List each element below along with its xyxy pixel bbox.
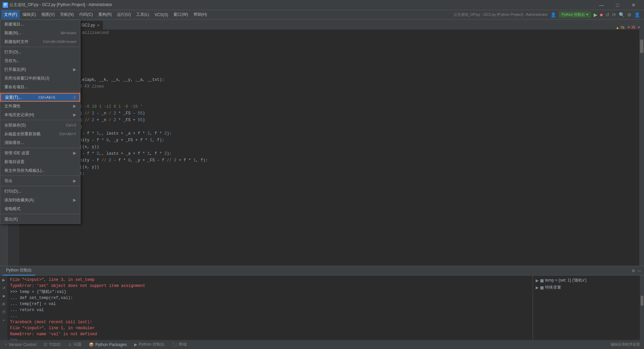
tab-bar: 🐍 cess Connect! Re-Dive - OP ✕ 🐍 GC2.py … — [0, 19, 644, 30]
menu-settings[interactable]: 设置(T)... Ctrl+Alt+S 2 — [0, 93, 80, 102]
terminal-minimize-icon[interactable]: — — [637, 268, 641, 273]
special-icon: ▦ — [540, 285, 544, 290]
menu-tools[interactable]: 工具(L) — [133, 10, 152, 19]
rerun-icon[interactable]: ↺ — [605, 12, 609, 17]
warning-count: ▲ 76 — [616, 26, 625, 30]
stop-icon[interactable]: ■ — [600, 12, 603, 17]
toolbar-gear[interactable]: ⚙ — [627, 12, 632, 17]
term-line-5: ... temp[ref] = val — [10, 301, 530, 307]
menu-export[interactable]: 导出 ▶ — [0, 177, 80, 185]
terminal-tab-label: Python 控制台 — [6, 267, 32, 273]
term-prompt[interactable]: >>> — [10, 337, 530, 340]
terminal-variables-panel: ▶ ▦ temp = {set: 1} ('随机x') ▶ ▦ 特殊变量 — [533, 276, 640, 340]
toolbar-btn-3[interactable]: ⟳ — [612, 12, 616, 17]
term-line-4: ... def set_temp(ref,val): — [10, 295, 530, 301]
term-line-8: Traceback (most recent call last): — [10, 319, 530, 325]
sep-7 — [0, 214, 80, 214]
problems-icon: ⚠ — [68, 342, 72, 347]
menu-refactor[interactable]: 重构(R) — [96, 10, 115, 19]
scrollbar-thumb[interactable] — [640, 40, 643, 53]
menu-bar: 文件(F) 编辑(E) 视图(V) 导航(N) 代码(C) 重构(R) 运行(U… — [0, 10, 644, 19]
terminal-header-left: Python 控制台 — [3, 266, 35, 276]
editor-scrollbar[interactable] — [639, 30, 644, 266]
menu-file[interactable]: 文件(F) — [1, 10, 20, 19]
terminal-panel: Python 控制台 ⚙ — ▶ ↺ ■ ⚙ ⏱ + File "<input>… — [0, 266, 644, 340]
menu-clear-cache[interactable]: 清除缓存... — [0, 138, 80, 147]
menu-save-all[interactable]: 全部保存(S) Ctrl+S — [0, 121, 80, 130]
status-app-label: 编辑应用程序设置 — [608, 342, 643, 347]
term-clock-icon[interactable]: ⏱ — [1, 309, 7, 315]
term-rerun-icon[interactable]: ↺ — [1, 285, 7, 291]
menu-help[interactable]: 帮助(H) — [191, 10, 210, 19]
tab-python-console[interactable]: ▶ Python 控制台 — [131, 341, 168, 349]
menu-print[interactable]: 打印(D)... — [0, 187, 80, 196]
term-settings-icon[interactable]: ⚙ — [1, 301, 7, 307]
menu-exit[interactable]: 退出(X) — [0, 215, 80, 223]
python-console-icon: ▶ — [134, 342, 137, 347]
toolbar-user[interactable]: 👤 — [634, 12, 640, 17]
term-line-10: NameError: name 'val' is not defined — [10, 331, 530, 337]
menu-run[interactable]: 运行(U) — [114, 10, 133, 19]
menu-edit[interactable]: 编辑(E) — [20, 10, 39, 19]
menu-save-as[interactable]: 另存为... — [0, 56, 80, 65]
special-label: 特殊变量 — [545, 285, 561, 290]
tab-problems[interactable]: ⚠ 问题 — [65, 341, 85, 349]
menu-new-project-settings[interactable]: 新项目设置 — [0, 157, 80, 166]
menu-power-save[interactable]: 省电模式 — [0, 204, 80, 213]
tab-todo[interactable]: ☑ TODO — [40, 341, 64, 349]
menu-view[interactable]: 视图(V) — [39, 10, 57, 19]
close-button[interactable]: ✕ — [626, 0, 641, 10]
title-controls: — □ ✕ — [594, 0, 641, 10]
term-stop-icon[interactable]: ■ — [1, 293, 7, 299]
code-editor[interactable]: 24 25 26 27 28 29 30 31 32 33 # frame du… — [7, 30, 644, 266]
sep-3 — [0, 120, 80, 120]
menu-new[interactable]: 新建(N)... Alt+Insert — [0, 29, 80, 37]
menu-code[interactable]: 代码(C) — [76, 10, 96, 19]
menu-open-recent[interactable]: 打开最近(R) ▶ — [0, 65, 80, 74]
terminal-scrollbar-thumb[interactable] — [641, 296, 643, 306]
file-dropdown-menu: 新建项目... 新建(N)... Alt+Insert 新建临时文件 Ctrl+… — [0, 19, 80, 224]
menu-navigate[interactable]: 导航(N) — [57, 10, 76, 19]
term-run-icon[interactable]: ▶ — [1, 277, 7, 283]
term-line-3: >>> temp = {"随机x":val} — [10, 289, 530, 295]
title-bar-left: P 公主连结_OP.py - GC2.py [Python Project] -… — [3, 2, 112, 8]
term-line-6: ... return val — [10, 307, 530, 313]
menu-local-history[interactable]: 本地历史记录(H) ▶ — [0, 110, 80, 119]
python-console-btn[interactable]: Python 控制台 ▾ — [559, 11, 591, 18]
minimize-button[interactable]: — — [594, 0, 609, 10]
menu-ide-settings[interactable]: 管理 IDE 设置 ▶ — [0, 149, 80, 157]
var-label: temp = {set: 1} ('随机x') — [545, 278, 587, 283]
menu-file-properties[interactable]: 文件属性 ▶ — [0, 102, 80, 110]
menu-new-scratch[interactable]: 新建临时文件 Ctrl+Alt+Shift+Insert — [0, 37, 80, 46]
menu-open[interactable]: 打开(O)... — [0, 48, 80, 56]
toolbar-btn-4[interactable]: 🔍 — [619, 12, 625, 17]
menu-new-project[interactable]: 新建项目... — [0, 20, 80, 29]
tab-terminal[interactable]: ⬛ 终端 — [169, 341, 190, 349]
expand-icon[interactable]: ▾ — [638, 25, 640, 30]
problems-label: 问题 — [73, 342, 82, 347]
terminal-scrollbar[interactable] — [640, 276, 644, 340]
run-icon[interactable]: ▶ — [594, 12, 597, 17]
var-special[interactable]: ▶ ▦ 特殊变量 — [534, 284, 639, 291]
terminal-icon: ⬛ — [172, 342, 177, 347]
tab-gc2-close[interactable]: ✕ — [97, 23, 100, 27]
tab-python-packages[interactable]: 📦 Python Packages — [86, 341, 130, 349]
menu-window[interactable]: 窗口(W) — [171, 10, 191, 19]
menu-reload[interactable]: 从磁盘全部重新加载 Ctrl+Alt+Y — [0, 130, 80, 138]
bottom-tabs: ⑂ Version Control ☑ TODO ⚠ 问题 📦 Python P… — [0, 340, 644, 349]
code-text[interactable]: # frame duration, in millisecond _FXFPS)… — [19, 30, 639, 266]
menu-close-project[interactable]: 关闭当前窗口中的项目(J) — [0, 74, 80, 83]
menu-rename-project[interactable]: 重命名项目... — [0, 83, 80, 91]
menu-save-as-template[interactable]: 将文件另存为模板(L)... — [0, 166, 80, 175]
python-console-label: Python 控制台 — [139, 342, 165, 347]
terminal-tab-console[interactable]: Python 控制台 — [3, 266, 35, 276]
menu-add-favorites[interactable]: 添加到收藏夹(A) ▶ — [0, 196, 80, 204]
user-icon[interactable]: 👤 — [550, 12, 556, 17]
term-add-icon[interactable]: + — [1, 317, 7, 323]
terminal-content: ▶ ↺ ■ ⚙ ⏱ + File "<input>", line 3, in s… — [0, 276, 644, 340]
maximize-button[interactable]: □ — [610, 0, 625, 10]
tab-version-control[interactable]: ⑂ Version Control — [1, 341, 40, 349]
terminal-settings-icon[interactable]: ⚙ — [632, 268, 635, 273]
menu-vcs[interactable]: VCS(S) — [152, 10, 171, 19]
var-temp[interactable]: ▶ ▦ temp = {set: 1} ('随机x') — [534, 277, 639, 284]
